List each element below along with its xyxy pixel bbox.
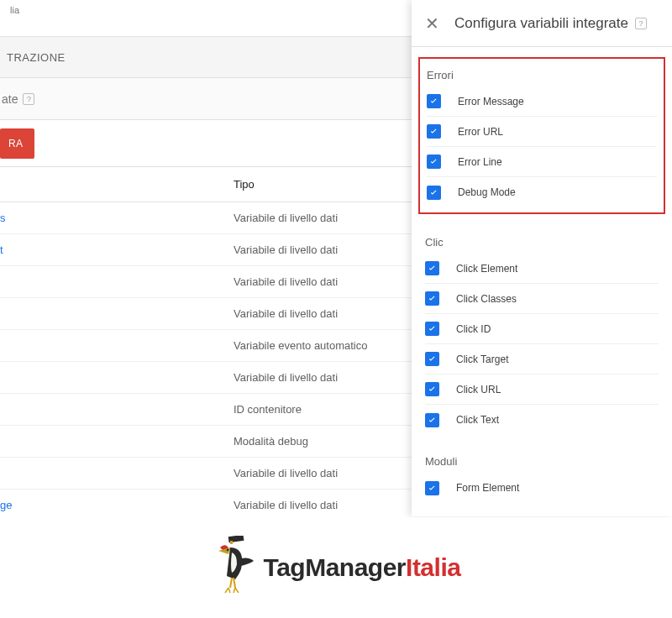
variable-type: Variabile evento automatico — [234, 339, 367, 352]
checkbox-checked-icon[interactable] — [425, 322, 439, 336]
variable-checkbox-row[interactable]: Error Message — [427, 86, 657, 117]
checkbox-checked-icon[interactable] — [427, 124, 441, 139]
variable-label: Form Element — [456, 482, 519, 494]
variable-label: Debug Mode — [458, 186, 516, 198]
panel-header: ✕ Configura variabili integrate ? — [412, 0, 672, 47]
variable-label: Error URL — [458, 126, 503, 138]
variable-label: Error Line — [458, 156, 502, 168]
section-title: Moduli — [425, 448, 659, 473]
variable-checkbox-row[interactable]: Error URL — [427, 117, 657, 147]
variable-checkbox-row[interactable]: Error Line — [427, 147, 657, 177]
variable-checkbox-row[interactable]: Click URL — [425, 374, 659, 405]
variable-checkbox-row[interactable]: Form Element — [425, 473, 659, 503]
checkbox-checked-icon[interactable] — [425, 481, 439, 495]
checkbox-checked-icon[interactable] — [425, 352, 439, 366]
checkbox-checked-icon[interactable] — [425, 382, 439, 396]
variable-label: Error Message — [458, 96, 524, 107]
checkbox-checked-icon[interactable] — [427, 186, 441, 200]
help-icon[interactable]: ? — [635, 18, 647, 29]
section-title: Errori — [427, 62, 657, 86]
variable-label: Click ID — [456, 323, 491, 335]
variable-name-link[interactable]: ge — [0, 499, 234, 511]
variable-label: Click Element — [456, 263, 517, 275]
variable-checkbox-row[interactable]: Click Element — [425, 254, 659, 284]
variable-type: Variabile di livello dati — [234, 499, 338, 511]
branding-footer: TagManagerItalia — [0, 517, 672, 618]
svg-point-3 — [226, 549, 228, 552]
svg-rect-1 — [230, 541, 233, 544]
section-title: Clic — [425, 229, 659, 254]
variable-checkbox-row[interactable]: Click Classes — [425, 284, 659, 314]
variable-type: Variabile di livello dati — [234, 467, 338, 479]
woodpecker-logo-icon — [212, 536, 257, 600]
variable-label: Click Target — [456, 354, 508, 365]
variable-section: ModuliForm Element — [412, 443, 672, 511]
variable-type: Variabile di livello dati — [234, 244, 338, 256]
checkbox-checked-icon[interactable] — [425, 413, 439, 427]
subheader-text: ate — [2, 92, 18, 106]
variable-type: Variabile di livello dati — [234, 275, 338, 288]
variable-checkbox-row[interactable]: Click Text — [425, 405, 659, 435]
configure-button[interactable]: RA — [0, 128, 34, 159]
variable-name-link[interactable]: t — [0, 244, 234, 256]
variable-name-link[interactable]: s — [0, 212, 234, 224]
tab-label[interactable]: TRAZIONE — [7, 51, 66, 64]
variable-type: ID contenitore — [234, 403, 302, 416]
column-header-type: Tipo — [234, 178, 255, 191]
variable-type: Variabile di livello dati — [234, 371, 338, 384]
variable-section: ErroriError MessageError URLError LineDe… — [418, 57, 665, 214]
variable-type: Variabile di livello dati — [234, 307, 338, 320]
close-icon[interactable]: ✕ — [425, 13, 439, 34]
checkbox-checked-icon[interactable] — [425, 261, 439, 275]
variable-label: Click Classes — [456, 293, 517, 305]
variable-type: Variabile di livello dati — [234, 212, 338, 224]
variable-section: ClicClick ElementClick ClassesClick IDCl… — [412, 224, 672, 443]
panel-title: Configura variabili integrate — [454, 15, 628, 32]
configure-button-label: RA — [8, 138, 23, 149]
variable-checkbox-row[interactable]: Click Target — [425, 344, 659, 374]
checkbox-checked-icon[interactable] — [427, 154, 441, 169]
variable-label: Click Text — [456, 414, 499, 426]
variable-type: Modalità debug — [234, 435, 308, 448]
variable-label: Click URL — [456, 384, 501, 395]
configure-panel: ✕ Configura variabili integrate ? Errori… — [412, 0, 672, 516]
checkbox-checked-icon[interactable] — [427, 94, 441, 108]
checkbox-checked-icon[interactable] — [425, 291, 439, 306]
variable-checkbox-row[interactable]: Click ID — [425, 314, 659, 344]
help-icon[interactable]: ? — [23, 93, 34, 105]
brand-text: TagManagerItalia — [264, 553, 461, 582]
variable-checkbox-row[interactable]: Debug Mode — [427, 177, 657, 207]
